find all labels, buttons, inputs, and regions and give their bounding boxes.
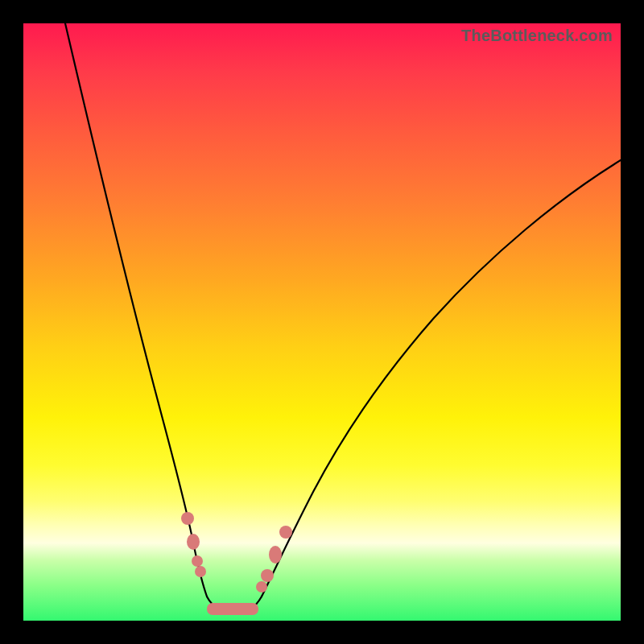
marker-left-lower-a [192,555,203,567]
marker-right-lower-a [256,581,267,592]
marker-left-lower-b [195,566,206,577]
marker-right-lower-b [261,569,274,582]
marker-left-upper [181,512,194,525]
plot-area: TheBottleneck.com [23,23,621,621]
curve-right-branch [262,160,621,597]
chart-container: TheBottleneck.com [0,0,644,644]
curve-layer [23,23,621,621]
marker-right-upper [279,526,292,539]
curve-left-branch [65,23,207,597]
marker-right-mid [269,546,282,564]
marker-valley-capsule [207,603,258,615]
marker-left-mid [187,534,200,550]
